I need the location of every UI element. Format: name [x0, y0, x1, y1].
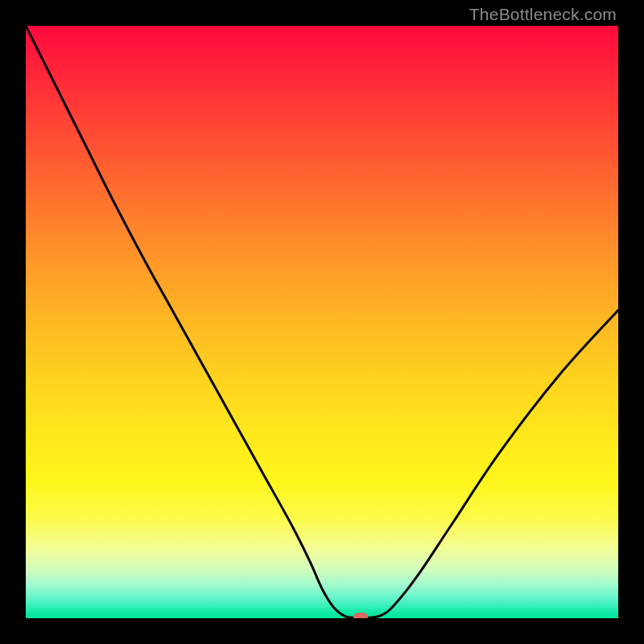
plot-area	[26, 26, 618, 618]
watermark-text: TheBottleneck.com	[469, 5, 617, 24]
chart-frame: TheBottleneck.com	[0, 0, 644, 644]
optimal-point-marker	[353, 613, 368, 618]
bottleneck-curve	[26, 26, 618, 618]
curve-svg	[26, 26, 618, 618]
